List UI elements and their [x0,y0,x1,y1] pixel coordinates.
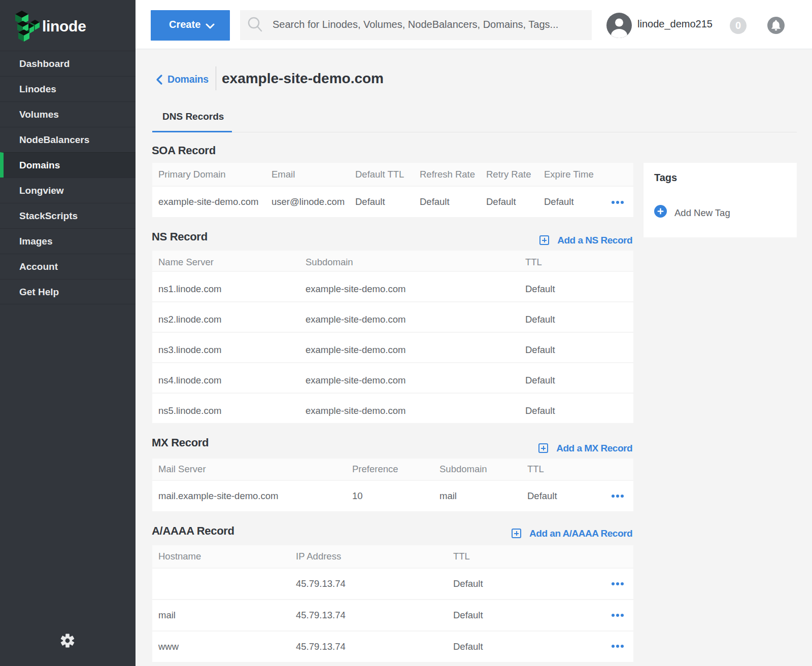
svg-text:linode: linode [42,18,86,34]
